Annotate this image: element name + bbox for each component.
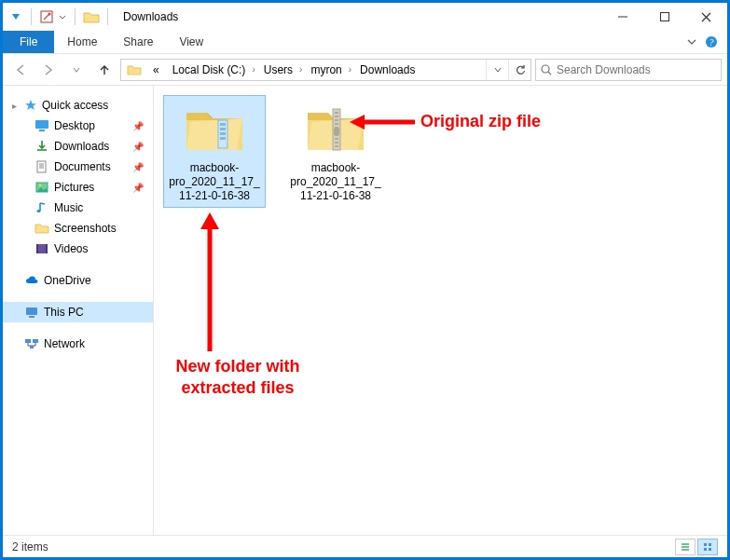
music-icon <box>34 200 49 215</box>
maximize-button[interactable] <box>643 3 685 31</box>
refresh-icon[interactable] <box>508 60 530 80</box>
search-icon <box>540 63 553 76</box>
nav-label: Downloads <box>54 140 109 153</box>
nav-label: Pictures <box>54 181 94 194</box>
explorer-window: Downloads File Home Share View ? « Local… <box>0 0 730 560</box>
svg-point-11 <box>37 210 41 212</box>
ribbon-toggle: ? <box>677 31 727 53</box>
annotation-text: extracted files <box>145 377 331 399</box>
nav-item-desktop[interactable]: Desktop📌 <box>3 116 153 136</box>
file-list[interactable]: macbook-pro_2020_11_17_11-21-0-16-38 <box>154 86 727 535</box>
close-button[interactable] <box>685 3 727 31</box>
svg-rect-14 <box>46 244 48 253</box>
home-tab[interactable]: Home <box>54 31 110 53</box>
folder-icon <box>34 221 49 236</box>
recent-locations-button[interactable] <box>64 58 89 82</box>
cloud-icon <box>24 273 39 288</box>
ribbon-tabs: File Home Share View ? <box>3 31 727 54</box>
file-item-folder[interactable]: macbook-pro_2020_11_17_11-21-0-16-38 <box>163 95 266 208</box>
explorer-body: ▸ Quick access Desktop📌 Downloads📌 Docum… <box>3 86 727 535</box>
pin-icon: 📌 <box>132 121 144 131</box>
nav-label: Network <box>44 337 85 350</box>
search-input[interactable] <box>557 63 717 76</box>
breadcrumb-segment[interactable]: Downloads <box>352 60 420 80</box>
nav-item-videos[interactable]: Videos <box>3 239 153 259</box>
up-button[interactable] <box>92 58 117 82</box>
network-icon <box>24 336 39 351</box>
properties-icon[interactable] <box>39 9 54 24</box>
back-button[interactable] <box>8 58 33 82</box>
icons-view-button[interactable] <box>697 539 718 555</box>
navigation-pane: ▸ Quick access Desktop📌 Downloads📌 Docum… <box>3 86 154 535</box>
svg-rect-26 <box>334 128 339 135</box>
svg-rect-18 <box>33 339 38 343</box>
qat-dropdown-icon[interactable] <box>58 9 67 24</box>
zip-folder-icon <box>302 100 369 156</box>
file-tab[interactable]: File <box>3 31 54 53</box>
svg-rect-23 <box>220 132 226 135</box>
address-bar-buttons <box>486 60 530 80</box>
nav-item-screenshots[interactable]: Screenshots <box>3 218 153 239</box>
svg-rect-24 <box>220 137 226 140</box>
svg-rect-30 <box>709 548 711 551</box>
svg-rect-8 <box>37 161 46 172</box>
separator <box>31 8 32 25</box>
nav-item-downloads[interactable]: Downloads📌 <box>3 136 153 157</box>
history-dropdown-icon[interactable] <box>486 60 508 80</box>
documents-icon <box>34 159 49 174</box>
pin-icon: 📌 <box>132 142 144 152</box>
annotation-folder: New folder with extracted files <box>145 207 331 398</box>
minimize-button[interactable] <box>601 3 643 31</box>
nav-item-documents[interactable]: Documents📌 <box>3 157 153 177</box>
separator <box>75 8 76 25</box>
svg-point-1 <box>48 12 50 15</box>
nav-label: Documents <box>54 160 111 173</box>
nav-label: OneDrive <box>44 274 91 287</box>
svg-rect-13 <box>36 244 38 253</box>
breadcrumb-segment[interactable]: myron <box>303 60 347 80</box>
nav-item-music[interactable]: Music <box>3 198 153 218</box>
videos-icon <box>34 241 49 256</box>
expand-ribbon-icon[interactable] <box>686 36 697 48</box>
breadcrumb-segment[interactable]: Local Disk (C:) <box>165 60 252 80</box>
nav-quick-access[interactable]: ▸ Quick access <box>3 95 153 116</box>
svg-rect-19 <box>30 346 34 348</box>
address-bar[interactable]: « Local Disk (C:)› Users› myron› Downloa… <box>120 59 531 81</box>
svg-text:?: ? <box>709 37 714 48</box>
nav-network[interactable]: Network <box>3 334 153 354</box>
breadcrumb-overflow[interactable]: « <box>145 60 165 80</box>
nav-toolbar: « Local Disk (C:)› Users› myron› Downloa… <box>3 54 727 86</box>
svg-point-5 <box>542 65 549 73</box>
annotation-text: New folder with <box>145 356 331 377</box>
view-mode-buttons <box>675 539 718 555</box>
svg-point-10 <box>39 184 42 187</box>
quick-access-toolbar: Downloads <box>3 8 178 25</box>
chevron-right-icon: ▸ <box>12 101 20 111</box>
nav-label: This PC <box>44 306 84 319</box>
nav-this-pc[interactable]: This PC <box>3 302 153 322</box>
desktop-icon <box>34 118 49 133</box>
nav-item-pictures[interactable]: Pictures📌 <box>3 177 153 198</box>
svg-rect-27 <box>704 543 707 546</box>
star-icon <box>24 99 37 112</box>
pin-icon: 📌 <box>132 183 144 193</box>
title-bar: Downloads <box>3 3 727 31</box>
file-name: macbook-pro_2020_11_17_11-21-0-16-38 <box>168 161 261 203</box>
nav-onedrive[interactable]: OneDrive <box>3 270 153 291</box>
file-item-zip[interactable]: macbook-pro_2020_11_17_11-21-0-16-38 <box>284 95 387 208</box>
nav-label: Videos <box>54 242 88 255</box>
svg-rect-6 <box>35 120 48 129</box>
search-box[interactable] <box>535 59 722 81</box>
status-bar: 2 items <box>3 535 727 557</box>
share-tab[interactable]: Share <box>110 31 166 53</box>
folder-large-icon <box>181 100 248 156</box>
svg-rect-15 <box>26 307 37 315</box>
view-tab[interactable]: View <box>166 31 216 53</box>
down-arrow-icon[interactable] <box>8 9 23 24</box>
forward-button[interactable] <box>36 58 61 82</box>
help-icon[interactable]: ? <box>705 35 718 48</box>
downloads-icon <box>34 139 49 154</box>
details-view-button[interactable] <box>675 539 696 555</box>
svg-rect-22 <box>220 128 226 130</box>
breadcrumb-segment[interactable]: Users <box>256 60 298 80</box>
